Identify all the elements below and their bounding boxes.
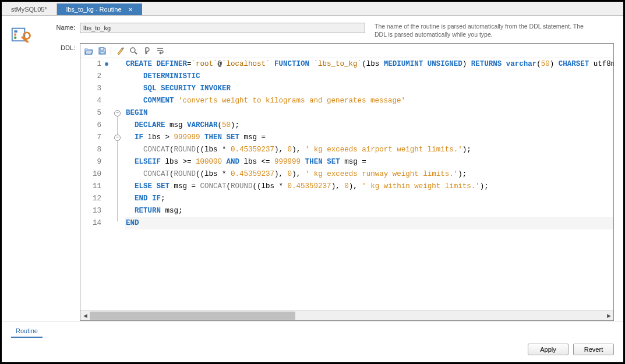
breakpoint-icon[interactable]: [105, 62, 108, 66]
code-line[interactable]: CONCAT(ROUND((lbs * 0.45359237), 0), ' k…: [125, 144, 613, 156]
ddl-label: DDL:: [46, 43, 75, 321]
code-line[interactable]: IF lbs > 999999 THEN SET msg =: [125, 132, 613, 144]
apply-button[interactable]: Apply: [528, 344, 568, 355]
code-line[interactable]: END: [125, 217, 613, 229]
code-line[interactable]: RETURN msg;: [125, 205, 613, 217]
code-line[interactable]: DECLARE msg VARCHAR(50);: [125, 119, 613, 132]
toggle-invisibles-button[interactable]: [141, 45, 153, 56]
close-icon[interactable]: ✕: [128, 6, 133, 13]
svg-line-7: [135, 52, 137, 54]
fold-toggle-icon[interactable]: −: [114, 110, 121, 116]
line-number: 4: [80, 95, 101, 107]
form-area: Name: The name of the routine is parsed …: [46, 23, 614, 321]
line-number: 10: [80, 168, 101, 181]
line-number-gutter: 1234567891011121314: [80, 58, 105, 310]
tab-bar: stMySQL05* lbs_to_kg - Routine ✕: [2, 2, 623, 16]
line-number: 6: [80, 119, 101, 132]
save-button[interactable]: [96, 45, 108, 56]
code-line[interactable]: ELSEIF lbs >= 100000 AND lbs <= 999999 T…: [125, 156, 613, 168]
code-line[interactable]: SQL SECURITY INVOKER: [125, 83, 613, 95]
svg-point-3: [14, 37, 17, 40]
tab-routine[interactable]: Routine: [11, 325, 43, 338]
scroll-thumb[interactable]: [90, 312, 295, 320]
tab-label: lbs_to_kg - Routine: [66, 6, 122, 13]
line-number: 2: [80, 70, 101, 83]
code-line[interactable]: ELSE SET msg = CONCAT(ROUND((lbs * 0.453…: [125, 181, 613, 193]
button-bar: Apply Revert: [2, 338, 623, 362]
fold-toggle-icon[interactable]: −: [114, 135, 121, 141]
svg-point-6: [130, 48, 135, 52]
main-content: Name: The name of the routine is parsed …: [2, 16, 623, 321]
line-number: 13: [80, 205, 101, 217]
ddl-row: DDL:: [46, 43, 614, 321]
tab-lbs-to-kg-routine[interactable]: lbs_to_kg - Routine ✕: [57, 3, 142, 15]
scroll-left-icon[interactable]: ◀: [80, 311, 90, 320]
name-hint: The name of the routine is parsed automa…: [370, 23, 591, 38]
bottom-tab-bar: Routine: [2, 321, 623, 338]
toggle-wrap-button[interactable]: [154, 45, 166, 56]
line-number: 14: [80, 217, 101, 229]
ddl-editor-container: 1234567891011121314 −− CREATE DEFINER=`r…: [80, 43, 614, 321]
line-number: 11: [80, 181, 101, 193]
line-number: 9: [80, 156, 101, 168]
open-file-button[interactable]: [83, 45, 94, 56]
line-number: 7: [80, 132, 101, 144]
code-line[interactable]: END IF;: [125, 193, 613, 205]
code-content[interactable]: CREATE DEFINER=`root`@`localhost` FUNCTI…: [125, 58, 613, 310]
code-line[interactable]: CREATE DEFINER=`root`@`localhost` FUNCTI…: [125, 58, 613, 70]
code-line[interactable]: COMMENT 'converts weight to kilograms an…: [125, 95, 613, 107]
line-number: 1: [80, 58, 101, 70]
name-label: Name:: [46, 23, 75, 31]
routine-editor-window: stMySQL05* lbs_to_kg - Routine ✕ Name: T…: [0, 0, 625, 364]
find-button[interactable]: [128, 45, 139, 56]
horizontal-scrollbar[interactable]: ◀ ▶: [80, 310, 613, 320]
editor-toolbar: [80, 44, 613, 58]
code-line[interactable]: DETERMINISTIC: [125, 70, 613, 83]
tab-stmysql05[interactable]: stMySQL05*: [2, 3, 57, 15]
scroll-right-icon[interactable]: ▶: [604, 311, 613, 320]
fold-column: −−: [113, 58, 125, 310]
beautify-button[interactable]: [114, 45, 126, 56]
code-editor[interactable]: 1234567891011121314 −− CREATE DEFINER=`r…: [80, 58, 613, 310]
line-number: 5: [80, 107, 101, 119]
line-number: 3: [80, 83, 101, 95]
marker-column: [105, 58, 113, 310]
code-line[interactable]: CONCAT(ROUND((lbs * 0.45359237), 0), ' k…: [125, 168, 613, 181]
svg-rect-5: [100, 52, 104, 54]
code-line[interactable]: BEGIN: [125, 107, 613, 119]
scroll-track[interactable]: [90, 311, 604, 320]
svg-rect-2: [14, 34, 16, 36]
revert-button[interactable]: Revert: [573, 344, 614, 355]
routine-type-icon: [11, 23, 46, 321]
name-row: Name: The name of the routine is parsed …: [46, 23, 614, 38]
line-number: 8: [80, 144, 101, 156]
svg-rect-1: [14, 30, 17, 33]
line-number: 12: [80, 193, 101, 205]
routine-name-input[interactable]: [80, 23, 365, 33]
toolbar-separator: [111, 47, 111, 55]
svg-rect-4: [100, 48, 104, 50]
